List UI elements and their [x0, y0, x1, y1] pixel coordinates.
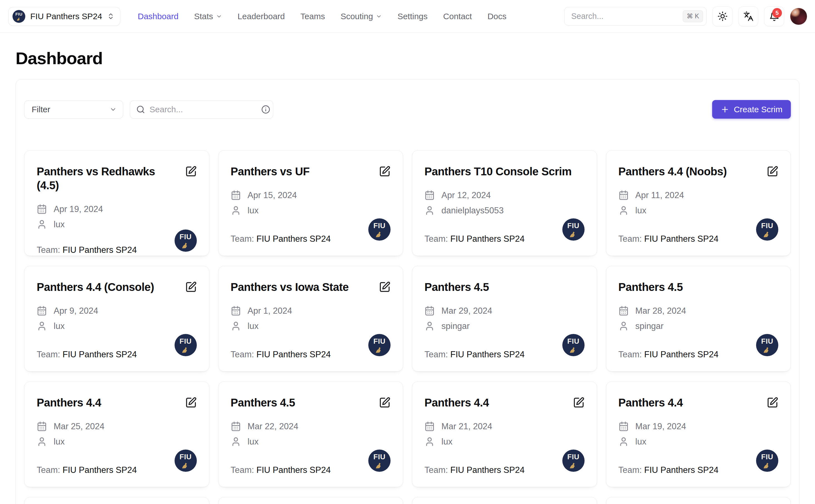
- edit-scrim-button[interactable]: [573, 397, 585, 408]
- scrim-card[interactable]: Panthers 4.4 (Noobs) Apr 11, 2024: [606, 150, 791, 256]
- calendar-icon: [37, 421, 47, 431]
- nav-link-dashboard[interactable]: Dashboard: [138, 12, 178, 21]
- scrim-date-row: Apr 11, 2024: [619, 190, 779, 200]
- nav-link-stats[interactable]: Stats: [194, 12, 222, 21]
- scrim-date-row: Apr 12, 2024: [425, 190, 585, 200]
- scrim-owner: lux: [442, 437, 453, 447]
- team-label: Team:: [37, 350, 60, 359]
- user-icon: [425, 436, 435, 447]
- scrim-card-partial[interactable]: [412, 497, 597, 504]
- theme-toggle-button[interactable]: [712, 6, 732, 26]
- scrim-title: Panthers 4.4 (Noobs): [619, 164, 727, 178]
- scrim-search[interactable]: [130, 100, 273, 119]
- nav-link-teams[interactable]: Teams: [300, 12, 325, 21]
- edit-scrim-button[interactable]: [185, 397, 197, 408]
- scrim-card[interactable]: Panthers 4.4 (Console) Apr 9, 2024: [24, 266, 209, 371]
- team-name: FIU Panthers SP24: [644, 350, 719, 359]
- global-search[interactable]: ⌘ K: [564, 7, 707, 26]
- user-icon: [37, 219, 47, 229]
- scrim-card[interactable]: Panthers 4.4 Mar 21, 2024 lux: [412, 381, 597, 487]
- scrims-grid: Panthers vs Redhawks (4.5) Apr 19, 2024: [24, 150, 791, 504]
- team-logo-text: FIU: [15, 12, 23, 16]
- card-header: Panthers 4.4: [619, 396, 779, 410]
- team-line: Team: FIU Panthers SP24: [619, 234, 719, 244]
- nav-link-leaderboard[interactable]: Leaderboard: [238, 12, 285, 21]
- edit-icon: [379, 281, 390, 293]
- user-icon: [619, 321, 629, 331]
- team-line: Team: FIU Panthers SP24: [37, 465, 137, 475]
- card-footer: Team: FIU Panthers SP24 FIU: [425, 334, 585, 360]
- scrim-owner-row: lux: [37, 436, 197, 447]
- scrim-card-partial[interactable]: [218, 497, 403, 504]
- scrim-date-row: Mar 22, 2024: [231, 421, 391, 431]
- scrim-owner-row: lux: [37, 219, 197, 229]
- team-line: Team: FIU Panthers SP24: [231, 350, 331, 360]
- calendar-icon: [37, 306, 47, 316]
- team-line: Team: FIU Panthers SP24: [619, 465, 719, 475]
- scrim-card[interactable]: Panthers 4.4 Mar 25, 2024 lux: [24, 381, 209, 487]
- nav-link-scouting[interactable]: Scouting: [340, 12, 382, 21]
- team-logo: FIU: [13, 10, 25, 23]
- chevrons-up-down-icon: [107, 13, 114, 20]
- scrim-title: Panthers 4.4: [37, 396, 101, 410]
- scrim-date-row: Mar 19, 2024: [619, 421, 779, 431]
- nav-link-docs[interactable]: Docs: [488, 12, 507, 21]
- info-icon[interactable]: [261, 105, 270, 114]
- team-logo: FIU: [756, 450, 778, 472]
- scrim-date-row: Apr 1, 2024: [231, 306, 391, 316]
- panther-icon: [761, 345, 773, 354]
- calendar-icon: [619, 421, 629, 431]
- team-logo-text: FIU: [761, 222, 773, 229]
- panther-icon: [761, 460, 773, 469]
- create-scrim-button[interactable]: Create Scrim: [712, 100, 791, 119]
- scrim-card[interactable]: Panthers 4.5 Mar 29, 2024 spingar Team:: [412, 266, 597, 371]
- user-avatar[interactable]: [790, 8, 807, 25]
- scrim-date: Mar 22, 2024: [248, 421, 298, 431]
- scrim-owner-row: lux: [231, 205, 391, 216]
- scrim-owner: lux: [248, 437, 259, 447]
- nav-link-label: Leaderboard: [238, 12, 285, 21]
- notifications-button[interactable]: 5: [764, 6, 784, 26]
- scrim-card-partial[interactable]: [606, 497, 791, 504]
- top-navigation-bar: FIU FIU Panthers SP24 Dashboard Stats Le…: [0, 0, 815, 33]
- edit-scrim-button[interactable]: [379, 166, 390, 177]
- edit-scrim-button[interactable]: [767, 166, 778, 177]
- scrim-card[interactable]: Panthers vs Redhawks (4.5) Apr 19, 2024: [24, 150, 209, 256]
- global-search-input[interactable]: [571, 12, 683, 21]
- calendar-icon: [425, 306, 435, 316]
- edit-scrim-button[interactable]: [767, 397, 778, 408]
- edit-scrim-button[interactable]: [185, 166, 197, 177]
- scrim-title: Panthers 4.4: [619, 396, 683, 410]
- scrim-card[interactable]: Panthers vs UF Apr 15, 2024 lu: [218, 150, 403, 256]
- team-line: Team: FIU Panthers SP24: [425, 350, 525, 360]
- edit-scrim-button[interactable]: [379, 281, 390, 293]
- team-line: Team: FIU Panthers SP24: [231, 465, 331, 475]
- keyboard-shortcut-hint: ⌘ K: [683, 10, 703, 22]
- team-logo: FIU: [562, 218, 585, 241]
- team-selector[interactable]: FIU FIU Panthers SP24: [8, 7, 120, 26]
- team-logo: FIU: [756, 334, 778, 356]
- nav-link-settings[interactable]: Settings: [397, 12, 428, 21]
- scrim-card[interactable]: Panthers 4.4 Mar 19, 2024 lux: [606, 381, 791, 487]
- edit-icon: [767, 397, 778, 408]
- scrim-card[interactable]: Panthers 4.5 Mar 28, 2024 spingar Team:: [606, 266, 791, 371]
- filter-select[interactable]: Filter: [24, 100, 123, 119]
- nav-link-contact[interactable]: Contact: [443, 12, 472, 21]
- language-button[interactable]: [738, 6, 758, 26]
- scrim-card[interactable]: Panthers T10 Console Scrim Apr 12, 2024 …: [412, 150, 597, 256]
- scrim-card[interactable]: Panthers vs Iowa State Apr 1, 2024: [218, 266, 403, 371]
- card-meta: Mar 22, 2024 lux: [231, 421, 391, 447]
- scrim-search-input[interactable]: [149, 105, 257, 114]
- scrim-card-partial[interactable]: [24, 497, 209, 504]
- edit-icon: [185, 397, 197, 408]
- edit-scrim-button[interactable]: [379, 397, 390, 408]
- card-footer: Team: FIU Panthers SP24 FIU: [37, 229, 197, 255]
- scrim-card[interactable]: Panthers 4.5 Mar 22, 2024 lux: [218, 381, 403, 487]
- scrim-date: Mar 25, 2024: [54, 421, 104, 431]
- card-meta: Apr 9, 2024 lux: [37, 306, 197, 331]
- team-logo: FIU: [562, 334, 585, 356]
- user-icon: [619, 205, 629, 216]
- card-header: Panthers 4.4 (Noobs): [619, 164, 779, 178]
- scrim-owner: lux: [636, 206, 647, 216]
- edit-scrim-button[interactable]: [185, 281, 197, 293]
